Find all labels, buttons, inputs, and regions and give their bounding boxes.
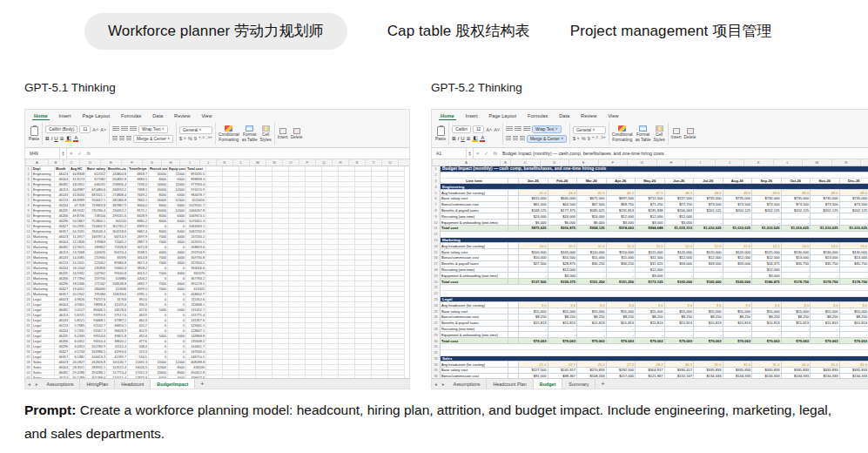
- value-cell[interactable]: $73,500: [694, 202, 723, 208]
- value-cell[interactable]: $34,375: [752, 261, 782, 267]
- row-header[interactable]: 23: [432, 297, 441, 303]
- col-header[interactable]: C: [64, 159, 80, 166]
- col-header[interactable]: B: [501, 159, 511, 166]
- font-color-button[interactable]: A: [480, 135, 485, 142]
- value-cell[interactable]: $79,063: [636, 338, 665, 344]
- value-cell[interactable]: $1,010,625: [723, 226, 753, 232]
- value-cell[interactable]: $735,000: [694, 196, 723, 202]
- line-item-label[interactable]: Avg headcount (for costing): [441, 302, 508, 308]
- value-cell[interactable]: $645,000: [548, 196, 578, 202]
- value-cell[interactable]: $335,833: [694, 368, 723, 374]
- ribbon-tab-view[interactable]: View: [606, 112, 620, 120]
- value-cell[interactable]: 31.0: [723, 362, 753, 368]
- cell[interactable]: [508, 226, 519, 232]
- add-sheet-button[interactable]: +: [595, 381, 609, 387]
- value-cell[interactable]: $916,875: [548, 226, 578, 232]
- col-header[interactable]: J: [200, 159, 217, 166]
- value-cell[interactable]: -: [840, 332, 868, 338]
- value-cell[interactable]: $335,833: [782, 368, 811, 374]
- month-header[interactable]: Mar-26: [577, 179, 607, 185]
- value-cell[interactable]: $165,000: [694, 279, 723, 285]
- row-header[interactable]: 34: [432, 362, 441, 368]
- value-cell[interactable]: -: [811, 220, 840, 226]
- value-cell[interactable]: $35,750: [840, 261, 868, 267]
- value-cell[interactable]: $6,000: [548, 220, 578, 226]
- line-item-label[interactable]: Benefits & payroll taxes: [441, 208, 508, 214]
- cell[interactable]: [339, 375, 355, 378]
- value-cell[interactable]: $173,125: [636, 279, 665, 285]
- value-cell[interactable]: -: [694, 213, 723, 220]
- value-cell[interactable]: 43.0: [548, 190, 578, 196]
- value-cell[interactable]: $10,500: [548, 255, 578, 261]
- font-size-box[interactable]: 11: [79, 125, 91, 133]
- cell[interactable]: [289, 375, 306, 378]
- shrink-font-icon[interactable]: A˅: [100, 127, 106, 132]
- decrease-decimal-icon[interactable]: ·⁰⁺: [206, 136, 212, 141]
- row-header[interactable]: 22: [432, 291, 441, 297]
- comma-button[interactable]: 9: [588, 136, 590, 141]
- line-item-label[interactable]: Equipment & onboarding (one-time): [441, 273, 508, 279]
- cell[interactable]: [508, 327, 519, 333]
- enter-icon[interactable]: ✓: [481, 151, 491, 156]
- value-cell[interactable]: $304,917: [636, 368, 665, 374]
- value-cell[interactable]: -: [782, 273, 811, 279]
- value-cell[interactable]: $115,000: [636, 249, 665, 255]
- value-cell[interactable]: 3.0: [519, 302, 548, 308]
- value-cell[interactable]: $110,000: [577, 249, 607, 255]
- value-cell[interactable]: $735,000: [752, 196, 782, 202]
- cell[interactable]: [508, 314, 519, 321]
- percent-button[interactable]: %: [582, 136, 586, 141]
- value-cell[interactable]: $108,333: [577, 374, 607, 378]
- align-middle-icon[interactable]: [121, 126, 128, 132]
- conditional-formatting-button[interactable]: ConditionalFormatting: [612, 125, 633, 142]
- value-cell[interactable]: $3,000: [752, 273, 782, 279]
- ribbon-tab-insert[interactable]: Insert: [57, 112, 73, 120]
- line-item-label[interactable]: Equipment & onboarding (one-time): [441, 332, 508, 338]
- increase-decimal-icon[interactable]: ⁺·⁰: [592, 136, 598, 141]
- col-header[interactable]: E: [101, 159, 122, 166]
- value-cell[interactable]: -: [840, 273, 868, 279]
- value-cell[interactable]: $12,000: [548, 267, 578, 274]
- line-item-label[interactable]: Base salary cost: [441, 368, 508, 374]
- cell[interactable]: [273, 375, 289, 378]
- col-header[interactable]: B: [49, 159, 64, 166]
- value-cell[interactable]: -: [840, 327, 868, 333]
- value-cell[interactable]: $79,063: [577, 338, 607, 344]
- col-header[interactable]: K: [217, 159, 233, 166]
- value-cell[interactable]: $6,000: [577, 220, 607, 226]
- value-cell[interactable]: $15,813: [782, 321, 811, 327]
- cell[interactable]: 449677.9: [186, 375, 206, 378]
- paste-button[interactable]: Paste: [29, 126, 39, 141]
- col-header[interactable]: H: [162, 159, 180, 166]
- blank-cell[interactable]: [441, 350, 868, 356]
- cell[interactable]: [508, 220, 519, 226]
- row-header[interactable]: 12: [432, 232, 441, 238]
- cell[interactable]: Sales: [32, 375, 55, 378]
- value-cell[interactable]: $130,000: [811, 249, 840, 255]
- line-item-label[interactable]: Recruiting (one-time): [441, 267, 508, 274]
- value-cell[interactable]: $994,688: [636, 226, 665, 232]
- value-cell[interactable]: -: [811, 327, 840, 333]
- value-cell[interactable]: -: [811, 213, 840, 220]
- line-item-header[interactable]: Line item: [441, 179, 508, 185]
- value-cell[interactable]: $8,250: [723, 314, 753, 321]
- cell[interactable]: [508, 362, 519, 368]
- value-cell[interactable]: -: [548, 332, 578, 338]
- value-cell[interactable]: -: [665, 267, 695, 274]
- col-header[interactable]: I: [180, 159, 200, 166]
- cell[interactable]: [206, 375, 223, 378]
- cell[interactable]: [508, 279, 519, 285]
- value-cell[interactable]: $15,813: [665, 321, 695, 327]
- cell[interactable]: [239, 375, 256, 378]
- row-header[interactable]: 6: [432, 196, 441, 202]
- line-item-label[interactable]: Recruiting (one-time): [441, 213, 508, 220]
- line-item-label[interactable]: Base salary cost: [441, 196, 508, 202]
- value-cell[interactable]: 13.0: [811, 243, 840, 249]
- value-cell[interactable]: 3.0: [840, 302, 868, 308]
- cancel-icon[interactable]: ×: [67, 151, 75, 156]
- line-item-label[interactable]: Avg headcount (for costing): [441, 190, 508, 196]
- increase-decimal-icon[interactable]: ⁺·⁰: [198, 136, 205, 141]
- budget-title-cell[interactable]: Budget Impact (monthly) — cash comp, ben…: [441, 166, 868, 172]
- col-header[interactable]: G: [143, 159, 162, 166]
- conditional-formatting-button[interactable]: ConditionalFormatting: [219, 125, 239, 142]
